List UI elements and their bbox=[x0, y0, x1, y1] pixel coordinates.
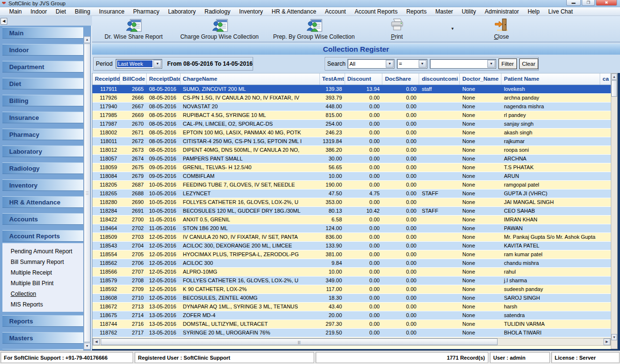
table-row[interactable]: 118579270812-05-2016FOLLYES CATHETER 16,… bbox=[92, 277, 611, 285]
table-row[interactable]: 118205268710-05-2016FEEDING TUBE 7, GLOV… bbox=[92, 181, 611, 189]
sidebar-scrollbar[interactable]: ▲———▼ bbox=[84, 36, 91, 349]
vertical-scrollbar[interactable]: ▲ ▼ bbox=[611, 73, 618, 349]
column-header-chargename[interactable]: ChargeName bbox=[181, 73, 320, 85]
column-header-patient-name[interactable]: Patient Name bbox=[501, 73, 600, 85]
sidebar-item-radiology[interactable]: Radiology bbox=[2, 162, 83, 174]
horizontal-scroll-thumb[interactable]: ||| bbox=[101, 338, 498, 345]
menu-item-utility[interactable]: Utility bbox=[457, 8, 480, 15]
toolbar-print-button[interactable]: Print bbox=[368, 16, 426, 42]
sidebar-item-account-reports[interactable]: Account Reports bbox=[2, 230, 83, 242]
menu-item-laboratory[interactable]: Laboratory bbox=[164, 8, 200, 15]
submenu-item-multiple-receipt[interactable]: Multiple Receipt bbox=[2, 267, 83, 278]
sidebar-item-masters[interactable]: Masters bbox=[2, 332, 83, 344]
vertical-scroll-thumb[interactable] bbox=[611, 80, 617, 97]
chevron-down-icon[interactable]: ▼ bbox=[386, 60, 393, 68]
table-row[interactable]: 118675271413-05-2016ZOFER MD-420.000.000… bbox=[92, 311, 611, 320]
search-value-combobox[interactable]: ▼ bbox=[430, 59, 496, 69]
menu-item-account-reports[interactable]: Account Reports bbox=[350, 8, 402, 15]
sidebar-item-reports[interactable]: Reports bbox=[2, 315, 83, 327]
table-row[interactable]: 118422270011-05-2016ANXIT 0.5, GRENIL6.5… bbox=[92, 216, 611, 224]
table-row[interactable]: 118464270211-05-2016STON 1B6 200 ML124.0… bbox=[92, 224, 611, 233]
menu-item-master[interactable]: Master bbox=[431, 8, 457, 15]
table-row[interactable]: 118744271613-05-2016DOMSTAL, ULTIZYME, U… bbox=[92, 320, 611, 329]
sidebar-item-department[interactable]: Department bbox=[2, 61, 83, 73]
scroll-down-icon[interactable]: ▼ bbox=[611, 334, 617, 340]
sidebar-item-diet[interactable]: Diet bbox=[2, 78, 83, 89]
table-row[interactable]: 118543270412-05-2016ACILOC 300, DEXORANG… bbox=[92, 242, 611, 250]
submenu-item-mis-reports[interactable]: MIS Reports bbox=[2, 299, 83, 310]
table-row[interactable]: 118002267108-05-2016EPTOIN 100 MG, LASIX… bbox=[92, 129, 611, 137]
table-row[interactable]: 117926266608-05-2016CS-PN 1.5G, IV CANUL… bbox=[92, 94, 611, 102]
scroll-down-icon[interactable]: ▼ bbox=[84, 343, 91, 349]
table-row[interactable]: 118084267909-05-2016COMBIFLAM10.000.000.… bbox=[92, 172, 611, 181]
operator-dropdown[interactable]: = ▼ bbox=[397, 59, 427, 69]
table-row[interactable]: 117985266908-05-2016RUPIBACT 4.5G, SYRIN… bbox=[92, 111, 611, 120]
toolbar-prep-by-group-wise-collection-button[interactable]: Prep. By Group Wise Collection bbox=[267, 16, 361, 42]
column-header-discountcomi[interactable]: discountcomi bbox=[419, 73, 460, 85]
sidebar-item-inventory[interactable]: Inventory bbox=[2, 179, 83, 191]
print-dropdown-arrow-icon[interactable]: ▼ bbox=[445, 27, 460, 31]
sidebar-item-laboratory[interactable]: Laboratory bbox=[2, 146, 83, 157]
sidebar-scroll-thumb[interactable]: ——— bbox=[84, 44, 91, 342]
table-row[interactable]: 118265268810-05-2016LEZYNCET47.504.750.0… bbox=[92, 189, 611, 198]
column-header-docshare[interactable]: DocShare bbox=[382, 73, 419, 85]
column-header-ca[interactable]: ca bbox=[600, 73, 611, 85]
column-header-doctor-name[interactable]: Doctor_Name bbox=[460, 73, 501, 85]
chevron-down-icon[interactable]: ▼ bbox=[153, 60, 161, 68]
sidebar-item-pharmacy[interactable]: Pharmacy bbox=[2, 129, 83, 140]
menu-item-radiology[interactable]: Radiology bbox=[200, 8, 235, 15]
menu-item-insurance[interactable]: Insurance bbox=[94, 8, 129, 15]
table-row[interactable]: 118608271012-05-2016BECOSULES, ZENTEL 40… bbox=[92, 294, 611, 303]
table-row[interactable]: 118762271713-05-2016SYRINGE 20 ML, UROGR… bbox=[92, 329, 611, 337]
column-header-testamt[interactable]: TestAmt bbox=[320, 73, 345, 85]
menu-item-indoor[interactable]: Indoor bbox=[26, 8, 51, 15]
sidebar-item-insurance[interactable]: Insurance bbox=[2, 112, 83, 123]
table-row[interactable]: 118554270512-05-2016HYOCIMAX PLUS, TRIPE… bbox=[92, 250, 611, 259]
table-row[interactable]: 118509270312-05-2016IV CANULA 20 NO, IV … bbox=[92, 233, 611, 242]
restore-button[interactable]: ❐ bbox=[582, 0, 595, 6]
table-row[interactable]: 117987267008-05-2016CAL-PN, LIMCEE, O2, … bbox=[92, 120, 611, 129]
column-header-receiptdate[interactable]: ReceiptDate bbox=[147, 73, 181, 85]
sidebar-item-accounts[interactable]: Accounts bbox=[2, 213, 83, 225]
menu-item-administrator[interactable]: Administrator bbox=[480, 8, 523, 15]
minimize-button[interactable]: ▬ bbox=[566, 0, 581, 6]
chevron-down-icon[interactable]: ▼ bbox=[419, 60, 426, 68]
menu-item-diet[interactable]: Diet bbox=[51, 8, 70, 15]
table-row[interactable]: 118562270612-05-2016ACILOC 3009.840.000.… bbox=[92, 259, 611, 268]
menu-item-account[interactable]: Account bbox=[320, 8, 350, 15]
table-row[interactable]: 118059267509-05-2016GRENIL, TELVAS- H 12… bbox=[92, 163, 611, 172]
toolbar-dr-wise-share-report-button[interactable]: Dr. Wise Share Report bbox=[95, 16, 172, 42]
table-row[interactable]: 118672271313-05-2016DYNAPAR AQ 1ML., SYR… bbox=[92, 303, 611, 311]
column-header-billcode[interactable]: BillCode bbox=[120, 73, 147, 85]
submenu-item-bill-summary-report[interactable]: Bill Summary Report bbox=[2, 257, 83, 267]
table-row[interactable]: 118012267308-05-2016DIPENT 40MG, DNS 500… bbox=[92, 146, 611, 155]
search-field-dropdown[interactable]: All ▼ bbox=[348, 59, 394, 69]
scroll-right-icon[interactable]: ▶ bbox=[604, 338, 610, 345]
table-row[interactable]: 118284269110-05-2016BECOSULES 120 ML, GU… bbox=[92, 207, 611, 216]
sidebar-item-indoor[interactable]: Indoor bbox=[2, 44, 83, 56]
horizontal-scrollbar[interactable]: ◀ ||| ▶ bbox=[92, 338, 611, 346]
filter-button[interactable]: Filter bbox=[499, 58, 517, 69]
sidebar-item-utility[interactable]: Utility bbox=[2, 349, 83, 350]
menu-item-inventory[interactable]: Inventory bbox=[235, 8, 267, 15]
menu-item-billing[interactable]: Billing bbox=[70, 8, 94, 15]
menu-item-live-chat[interactable]: Live Chat bbox=[544, 8, 577, 15]
scroll-up-icon[interactable]: ▲ bbox=[84, 36, 91, 43]
menu-item-hr-attendance[interactable]: HR & Attendance bbox=[267, 8, 320, 15]
chevron-down-icon[interactable]: ▼ bbox=[487, 60, 495, 68]
table-row[interactable]: 118011267208-05-2016CITISTAR-4 250 MG, C… bbox=[92, 137, 611, 146]
table-row[interactable]: 118280269010-05-2016FOLLYES CATHETER 16,… bbox=[92, 198, 611, 207]
sidebar-item-main[interactable]: Main bbox=[2, 27, 83, 39]
menu-item-help[interactable]: Help bbox=[523, 8, 544, 15]
table-row[interactable]: 117940266708-05-2016NOVASTAT 20448.000.0… bbox=[92, 102, 611, 111]
scroll-up-icon[interactable]: ▲ bbox=[611, 73, 617, 80]
table-row[interactable]: 118057267409-05-2016PAMPERS PANT SMALL30… bbox=[92, 155, 611, 163]
submenu-item-multiple-bill-print[interactable]: Multiple Bill Print bbox=[2, 278, 83, 289]
close-window-button[interactable]: ✖ bbox=[596, 0, 617, 6]
sidebar-collapse-button[interactable]: ◀ bbox=[0, 18, 7, 25]
menu-item-pharmacy[interactable]: Pharmacy bbox=[129, 8, 164, 15]
table-row[interactable]: 118566270712-05-2016ALPRO-10MG10.000.000… bbox=[92, 268, 611, 277]
table-row[interactable]: 118592270912-05-2016K 90 CATHETER, LOX-2… bbox=[92, 285, 611, 294]
column-header-receiptid[interactable]: ReceiptId bbox=[92, 73, 120, 85]
toolbar-close-button[interactable]: Close bbox=[482, 16, 521, 42]
